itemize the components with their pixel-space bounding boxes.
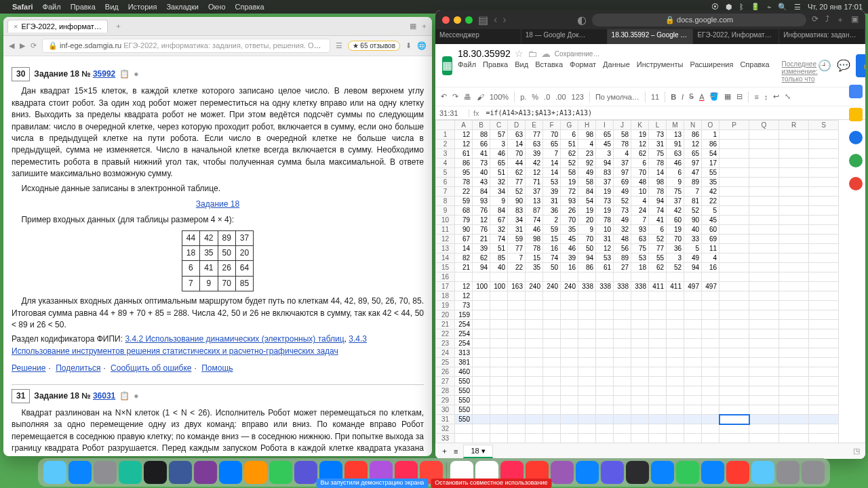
cell[interactable]: 22	[455, 187, 473, 197]
cell[interactable]	[719, 434, 749, 443]
cell[interactable]	[526, 424, 543, 434]
cell[interactable]	[596, 405, 614, 415]
cell[interactable]	[719, 339, 749, 348]
translate-icon[interactable]: 🌐	[417, 41, 427, 50]
cell[interactable]	[508, 377, 526, 386]
cell[interactable]: 98	[649, 178, 667, 187]
cell[interactable]	[809, 263, 839, 272]
cell[interactable]	[667, 339, 684, 348]
cell[interactable]: 240	[526, 282, 543, 291]
cell[interactable]: 52	[561, 159, 578, 168]
cell[interactable]: 7	[543, 149, 561, 159]
cell[interactable]	[649, 367, 667, 377]
cell[interactable]	[719, 272, 749, 282]
cell[interactable]: 9	[667, 178, 684, 187]
cell[interactable]: 39	[526, 149, 543, 159]
cell[interactable]	[749, 358, 779, 367]
cell[interactable]	[490, 386, 508, 396]
cell[interactable]	[809, 358, 839, 367]
row-header[interactable]: 14	[436, 253, 455, 263]
column-header[interactable]: A	[455, 121, 473, 130]
cell[interactable]	[809, 235, 839, 244]
cell[interactable]	[631, 377, 649, 386]
cell[interactable]: 69	[614, 178, 631, 187]
chrome-tab[interactable]: ЕГЭ-2022, Информатика: задани…	[693, 29, 779, 44]
cell[interactable]: 12	[473, 216, 490, 225]
cell[interactable]	[749, 415, 779, 424]
cell[interactable]: 86	[578, 263, 596, 272]
cell[interactable]	[667, 358, 684, 367]
cell[interactable]: 36	[543, 206, 561, 216]
row-header[interactable]: 23	[436, 339, 455, 348]
cell[interactable]: 100	[490, 282, 508, 291]
cell[interactable]: 86	[702, 140, 719, 149]
cell[interactable]: 90	[455, 225, 473, 235]
cell[interactable]	[614, 301, 631, 310]
menu-file[interactable]: Файл	[43, 3, 61, 11]
cell[interactable]: 4	[631, 197, 649, 206]
cell[interactable]	[614, 272, 631, 282]
cell[interactable]: 66	[473, 140, 490, 149]
cell[interactable]	[596, 434, 614, 443]
row-header[interactable]: 16	[436, 272, 455, 282]
cell[interactable]	[702, 358, 719, 367]
cell[interactable]	[543, 339, 561, 348]
dock-app[interactable]	[169, 461, 192, 484]
cell[interactable]	[473, 339, 490, 348]
cell[interactable]: 42	[667, 206, 684, 216]
traffic-lights[interactable]	[442, 16, 473, 24]
cell[interactable]	[779, 130, 809, 140]
chrome-tab[interactable]: Информатика: задан…	[779, 29, 865, 44]
cell[interactable]	[779, 244, 809, 253]
cell[interactable]	[543, 377, 561, 386]
cell[interactable]: 81	[684, 197, 702, 206]
cell[interactable]	[561, 434, 578, 443]
cell[interactable]: 13	[667, 130, 684, 140]
tab-plus-icon[interactable]: ＋	[420, 21, 428, 31]
cell[interactable]: 11	[702, 244, 719, 253]
cell[interactable]	[649, 377, 667, 386]
column-header[interactable]: K	[631, 121, 649, 130]
cell[interactable]	[490, 367, 508, 377]
cell[interactable]	[578, 358, 596, 367]
cell[interactable]	[702, 386, 719, 396]
cell[interactable]	[473, 434, 490, 443]
cell[interactable]	[490, 329, 508, 339]
cell[interactable]: 50	[578, 244, 596, 253]
cell[interactable]: 44	[508, 159, 526, 168]
row-header[interactable]: 10	[436, 216, 455, 225]
cell[interactable]: 86	[684, 130, 702, 140]
cloud-icon[interactable]: ☁	[541, 48, 551, 59]
cell[interactable]	[649, 358, 667, 367]
menu-view[interactable]: Вид	[105, 3, 119, 11]
cell[interactable]	[779, 434, 809, 443]
spreadsheet-grid[interactable]: ABCDEFGHIJKLMNOPQRS112885763777069865581…	[435, 120, 865, 443]
cell[interactable]	[578, 367, 596, 377]
cell[interactable]: 32	[490, 225, 508, 235]
cell[interactable]: 61	[596, 263, 614, 272]
cell[interactable]: 10	[596, 225, 614, 235]
cell[interactable]	[543, 358, 561, 367]
cell[interactable]: 411	[667, 282, 684, 291]
cell[interactable]	[809, 405, 839, 415]
cell[interactable]: 19	[667, 225, 684, 235]
cell[interactable]: 31	[543, 197, 561, 206]
cell[interactable]: 73	[455, 301, 473, 310]
dock-app[interactable]	[751, 461, 774, 484]
cell[interactable]: 79	[455, 216, 473, 225]
cell[interactable]	[578, 386, 596, 396]
cell[interactable]	[719, 253, 749, 263]
cell[interactable]	[684, 339, 702, 348]
cell[interactable]	[719, 301, 749, 310]
cell[interactable]	[779, 159, 809, 168]
share-link[interactable]: Поделиться	[56, 363, 100, 373]
cell[interactable]: 53	[631, 253, 649, 263]
row-header[interactable]: 5	[436, 168, 455, 178]
cell[interactable]	[526, 320, 543, 329]
column-header[interactable]: C	[490, 121, 508, 130]
cell[interactable]	[809, 159, 839, 168]
cell[interactable]	[631, 415, 649, 424]
cell[interactable]: 34	[490, 187, 508, 197]
cell[interactable]	[719, 415, 749, 424]
cell[interactable]	[561, 320, 578, 329]
